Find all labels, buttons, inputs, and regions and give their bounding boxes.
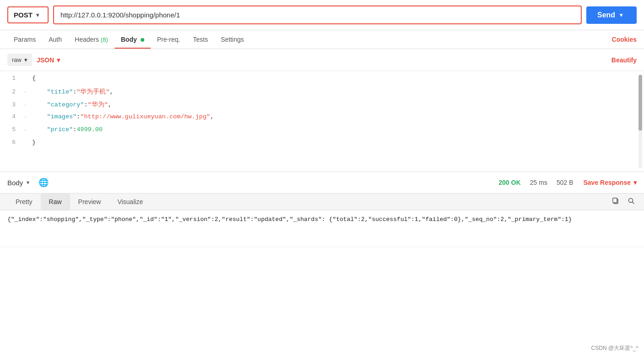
- json-chevron-icon: ▾: [57, 56, 60, 64]
- svg-rect-1: [613, 198, 617, 203]
- tab-auth[interactable]: Auth: [42, 30, 68, 49]
- copy-response-button[interactable]: [610, 195, 621, 208]
- response-tabs: Pretty Raw Preview Visualize: [0, 194, 644, 210]
- line-num-5: 5: [0, 126, 23, 133]
- val-images: "http://www.gulixueyuan.com/hw.jpg": [80, 113, 210, 120]
- tab-settings[interactable]: Settings: [214, 30, 251, 49]
- send-label: Send: [597, 11, 615, 19]
- search-response-button[interactable]: [626, 195, 637, 208]
- code-line-5: 5 → "price":4999.00: [0, 126, 644, 139]
- svg-line-3: [633, 202, 634, 204]
- raw-format-button[interactable]: raw ▾: [7, 54, 32, 66]
- code-editor[interactable]: 1 { 2 → "title":"华为手机", 3 → "category":"…: [0, 71, 644, 172]
- response-chevron-icon[interactable]: ▾: [27, 179, 29, 186]
- code-line-6: 6 }: [0, 139, 644, 152]
- raw-chevron-icon: ▾: [24, 56, 27, 63]
- method-label: POST: [14, 11, 33, 19]
- url-input[interactable]: [60, 11, 574, 19]
- code-line-2: 2 → "title":"华为手机",: [0, 88, 644, 100]
- beautify-button[interactable]: Beautify: [611, 56, 637, 64]
- key-category: "category": [47, 101, 84, 108]
- editor-scrollbar-thumb: [639, 75, 642, 131]
- resp-tab-raw[interactable]: Raw: [41, 194, 70, 210]
- save-response-chevron-icon: ▾: [633, 179, 637, 186]
- line-num-2: 2: [0, 88, 23, 95]
- response-tab-icons: [610, 195, 637, 208]
- globe-icon[interactable]: 🌐: [38, 177, 49, 188]
- editor-scrollbar[interactable]: [639, 75, 642, 168]
- tab-params[interactable]: Params: [7, 30, 42, 49]
- response-size: 502 B: [557, 179, 573, 186]
- code-line-1: 1 {: [0, 75, 644, 88]
- method-selector[interactable]: POST ▾: [7, 6, 49, 23]
- status-ok: 200 OK: [499, 179, 521, 186]
- request-tabs: Params Auth Headers (8) Body Pre-req. Te…: [0, 30, 644, 49]
- response-bar: Body ▾ 🌐 200 OK 25 ms 502 B Save Respons…: [0, 172, 644, 194]
- tab-headers[interactable]: Headers (8): [68, 30, 115, 49]
- tab-prereq[interactable]: Pre-req.: [151, 30, 187, 49]
- send-button[interactable]: Send ▾: [586, 6, 637, 24]
- json-label: JSON: [37, 56, 54, 64]
- val-title: "华为手机": [76, 88, 109, 95]
- headers-badge: (8): [101, 36, 108, 43]
- tab-tests[interactable]: Tests: [186, 30, 214, 49]
- key-images: "images": [47, 113, 76, 120]
- open-brace: {: [32, 75, 36, 82]
- line-num-4: 4: [0, 113, 23, 120]
- tab-body[interactable]: Body: [115, 30, 151, 49]
- save-response-label: Save Response: [584, 179, 631, 186]
- code-line-4: 4 → "images":"http://www.gulixueyuan.com…: [0, 113, 644, 126]
- json-format-button[interactable]: JSON ▾: [37, 56, 60, 64]
- send-chevron-icon: ▾: [620, 12, 622, 18]
- raw-label: raw: [12, 56, 22, 63]
- top-bar: POST ▾ Send ▾: [0, 0, 644, 30]
- val-price: 4999.00: [76, 126, 103, 133]
- response-label: Body: [7, 179, 23, 187]
- resp-tab-preview[interactable]: Preview: [70, 194, 109, 210]
- response-body: {"_index":"shopping","_type":"phone","_i…: [0, 210, 644, 247]
- resp-tab-visualize[interactable]: Visualize: [109, 194, 151, 210]
- body-active-dot: [141, 38, 144, 42]
- key-title: "title": [47, 88, 73, 95]
- line-num-1: 1: [0, 75, 23, 82]
- resp-tab-pretty[interactable]: Pretty: [7, 194, 41, 210]
- val-category: "华为": [88, 101, 108, 108]
- code-line-3: 3 → "category":"华为",: [0, 100, 644, 113]
- body-options-bar: raw ▾ JSON ▾ Beautify: [0, 49, 644, 71]
- save-response-button[interactable]: Save Response ▾: [584, 179, 637, 186]
- url-input-wrapper: [53, 6, 582, 24]
- response-time: 25 ms: [530, 179, 547, 186]
- cookies-link[interactable]: Cookies: [612, 30, 637, 49]
- close-brace: }: [32, 139, 36, 146]
- key-price: "price": [47, 126, 73, 133]
- method-chevron-icon: ▾: [36, 12, 39, 18]
- line-num-3: 3: [0, 101, 23, 108]
- line-num-6: 6: [0, 139, 23, 146]
- response-body-text: {"_index":"shopping","_type":"phone","_i…: [7, 216, 572, 223]
